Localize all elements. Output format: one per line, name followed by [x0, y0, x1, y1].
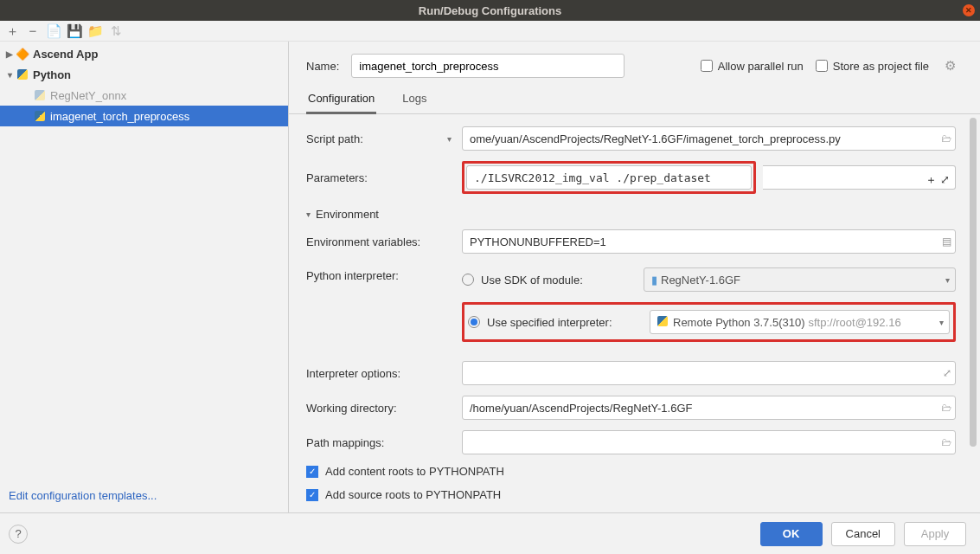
- env-vars-input[interactable]: PYTHONUNBUFFERED=1 ▤: [462, 229, 956, 254]
- configurations-tree-panel: ▶ 🔶 Ascend App ▾ Python ▶ RegNetY_onnx ▶…: [0, 42, 289, 512]
- allow-parallel-checkbox[interactable]: Allow parallel run: [701, 60, 804, 73]
- toolbar: ＋ − 📄 💾 📁 ⇅: [0, 21, 980, 42]
- interpreter-label: Python interpreter:: [306, 264, 452, 282]
- workdir-input[interactable]: /home/yuan/AscendProjects/RegNetY-1.6GF …: [462, 396, 956, 420]
- tab-configuration[interactable]: Configuration: [306, 87, 376, 114]
- tree-label: RegNetY_onnx: [50, 89, 126, 102]
- parameters-input[interactable]: ./ILSVRC2012_img_val ./prep_dataset: [466, 165, 752, 190]
- env-vars-label: Environment variables:: [306, 235, 452, 248]
- tree-label: imagenet_torch_preprocess: [50, 110, 189, 123]
- window-title: Run/Debug Configurations: [419, 4, 561, 17]
- add-source-roots-checkbox[interactable]: ✓ Add source roots to PYTHONPATH: [306, 483, 956, 506]
- scrollbar[interactable]: [970, 118, 977, 447]
- sort-icon[interactable]: ⇅: [109, 24, 123, 38]
- folder-icon[interactable]: 🗁: [941, 436, 951, 448]
- interpreter-options-label: Interpreter options:: [306, 367, 452, 380]
- store-project-checkbox[interactable]: Store as project file: [816, 60, 929, 73]
- dialog-footer: ? OK Cancel Apply: [0, 512, 980, 554]
- checkbox-on-icon[interactable]: ✓: [306, 489, 318, 501]
- folder-icon[interactable]: 🗁: [941, 132, 951, 145]
- python-icon: [33, 109, 47, 123]
- row-path-mappings: Path mappings: 🗁: [306, 425, 956, 460]
- chevron-right-icon[interactable]: ▶: [3, 49, 16, 59]
- row-parameters: Parameters: ./ILSVRC2012_img_val ./prep_…: [306, 156, 956, 199]
- main-area: ▶ 🔶 Ascend App ▾ Python ▶ RegNetY_onnx ▶…: [0, 42, 980, 512]
- section-environment[interactable]: ▾ Environment: [306, 199, 956, 224]
- interpreter-options-input[interactable]: ⤢: [462, 361, 956, 385]
- chevron-down-icon[interactable]: ▾: [447, 134, 452, 144]
- path-mappings-label: Path mappings:: [306, 436, 452, 449]
- store-project-label: Store as project file: [833, 60, 929, 73]
- tree-node-python[interactable]: ▾ Python: [0, 64, 288, 85]
- checkbox-on-icon[interactable]: ✓: [306, 466, 318, 478]
- tree-node-ascend-app[interactable]: ▶ 🔶 Ascend App: [0, 43, 288, 64]
- cancel-button[interactable]: Cancel: [831, 522, 895, 546]
- gear-icon[interactable]: ⚙: [945, 58, 956, 74]
- module-icon: ▮: [651, 274, 657, 287]
- row-interpreter-options: Interpreter options: ⤢: [306, 356, 956, 390]
- add-content-roots-checkbox[interactable]: ✓ Add content roots to PYTHONPATH: [306, 460, 956, 483]
- tree-node-imagenet-preprocess[interactable]: ▶ imagenet_torch_preprocess: [0, 106, 288, 126]
- window-close-icon[interactable]: ✕: [963, 4, 975, 16]
- script-path-input[interactable]: ome/yuan/AscendProjects/RegNetY-1.6GF/im…: [462, 126, 956, 151]
- list-icon[interactable]: ▤: [942, 235, 951, 248]
- radio-off-icon[interactable]: [462, 274, 474, 286]
- plus-icon[interactable]: ＋: [926, 173, 937, 186]
- window-titlebar: Run/Debug Configurations ✕: [0, 0, 980, 21]
- folder-move-icon[interactable]: 📁: [88, 24, 102, 38]
- tree-label: Python: [33, 68, 71, 81]
- python-icon: [33, 88, 47, 102]
- folder-icon[interactable]: 🗁: [941, 402, 951, 414]
- name-label: Name:: [306, 60, 339, 73]
- form-tabs: Configuration Logs: [289, 87, 980, 114]
- interpreter-specified-option[interactable]: Use specified interpreter: Remote Python…: [466, 306, 951, 338]
- copy-icon[interactable]: 📄: [47, 24, 61, 38]
- configurations-tree[interactable]: ▶ 🔶 Ascend App ▾ Python ▶ RegNetY_onnx ▶…: [0, 42, 288, 481]
- ok-button[interactable]: OK: [760, 522, 823, 546]
- module-select[interactable]: ▮ RegNetY-1.6GF ▾: [644, 267, 956, 292]
- row-script-path: Script path: ▾ ome/yuan/AscendProjects/R…: [306, 121, 956, 156]
- tree-node-regnety-onnx[interactable]: ▶ RegNetY_onnx: [0, 85, 288, 106]
- python-icon: [657, 316, 668, 329]
- edit-templates-link[interactable]: Edit configuration templates...: [0, 481, 288, 512]
- tree-label: Ascend App: [33, 48, 98, 61]
- chevron-down-icon[interactable]: ▾: [3, 70, 16, 80]
- save-icon[interactable]: 💾: [67, 24, 81, 38]
- row-env-vars: Environment variables: PYTHONUNBUFFERED=…: [306, 224, 956, 259]
- script-path-label: Script path: ▾: [306, 132, 452, 145]
- remove-icon[interactable]: −: [26, 24, 40, 38]
- ascend-icon: 🔶: [16, 47, 29, 61]
- help-icon[interactable]: ?: [9, 525, 28, 544]
- workdir-label: Working directory:: [306, 402, 452, 415]
- form-header: Name: Allow parallel run Store as projec…: [289, 42, 980, 87]
- name-input[interactable]: [351, 54, 625, 78]
- row-interpreter: Python interpreter: Use SDK of module: ▮…: [306, 259, 956, 347]
- form-panel: Name: Allow parallel run Store as projec…: [289, 42, 980, 512]
- expand-icon[interactable]: ⤢: [940, 173, 950, 186]
- path-mappings-input[interactable]: 🗁: [462, 430, 956, 454]
- interpreter-sdk-option[interactable]: Use SDK of module: ▮ RegNetY-1.6GF ▾: [462, 264, 956, 295]
- add-icon[interactable]: ＋: [5, 24, 19, 38]
- chevron-down-icon[interactable]: ▾: [945, 275, 950, 285]
- python-icon: [16, 68, 29, 81]
- row-workdir: Working directory: /home/yuan/AscendProj…: [306, 390, 956, 425]
- chevron-down-icon: ▾: [306, 209, 311, 219]
- parameters-label: Parameters:: [306, 171, 452, 184]
- interpreter-select[interactable]: Remote Python 3.7.5(310) sftp://root@192…: [650, 310, 950, 334]
- expand-icon[interactable]: ⤢: [943, 367, 951, 379]
- allow-parallel-label: Allow parallel run: [718, 60, 804, 73]
- form-body[interactable]: Script path: ▾ ome/yuan/AscendProjects/R…: [289, 114, 980, 512]
- apply-button[interactable]: Apply: [904, 522, 966, 546]
- tab-logs[interactable]: Logs: [400, 87, 428, 113]
- section-execution[interactable]: ▾ Execution: [306, 506, 956, 512]
- radio-on-icon[interactable]: [468, 316, 480, 328]
- chevron-down-icon[interactable]: ▾: [939, 318, 944, 327]
